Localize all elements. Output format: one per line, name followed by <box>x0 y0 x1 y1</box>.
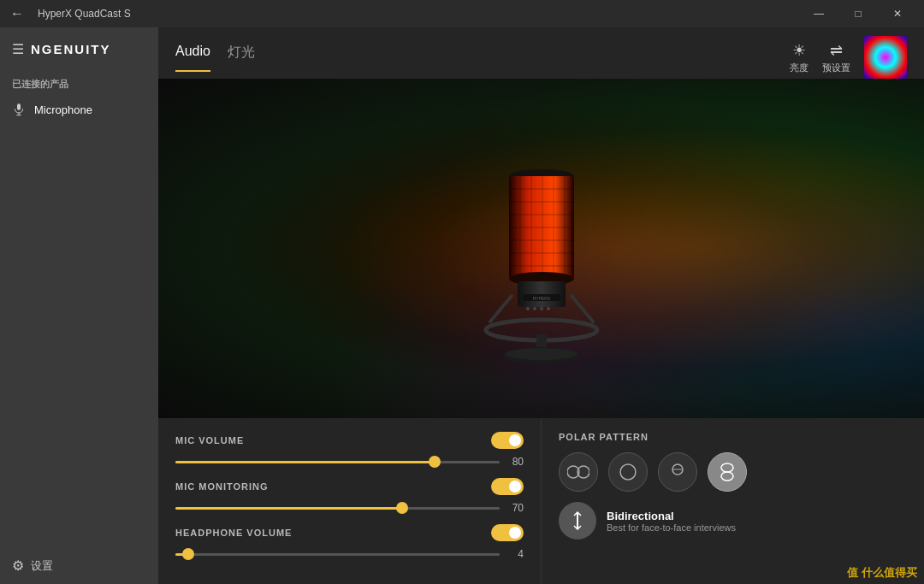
polar-pattern-label: POLAR PATTERN <box>559 432 907 442</box>
title-bar: ← HyperX QuadCast S — □ ✕ <box>0 0 924 27</box>
tabs: Audio 灯光 <box>175 44 255 72</box>
brightness-control[interactable]: ☀ 亮度 <box>790 41 808 74</box>
microphone-label: Microphone <box>34 103 92 116</box>
right-controls: POLAR PATTERN <box>542 418 924 584</box>
headphone-volume-slider-row: 4 <box>175 548 524 560</box>
tab-lighting[interactable]: 灯光 <box>228 44 255 72</box>
svg-point-23 <box>540 307 543 310</box>
microphone-image: HYPERX <box>473 129 610 369</box>
tab-audio[interactable]: Audio <box>175 44 210 72</box>
window-title: HyperX QuadCast S <box>38 8 131 20</box>
close-button[interactable]: ✕ <box>878 0 917 27</box>
gear-icon: ⚙ <box>12 557 24 574</box>
mic-volume-header: MIC VOLUME <box>175 432 524 449</box>
svg-rect-0 <box>17 103 21 109</box>
left-controls: MIC VOLUME 80 MIC MONITORING <box>158 418 542 584</box>
mic-volume-label: MIC VOLUME <box>175 435 244 445</box>
mic-monitoring-value: 70 <box>506 502 524 514</box>
bidirectional-icon <box>718 463 737 481</box>
preset-thumbnail[interactable] <box>864 36 907 79</box>
headphone-volume-value: 4 <box>506 548 524 560</box>
brand-name: NGENUITY <box>31 42 111 56</box>
settings-label: 设置 <box>31 558 53 574</box>
preset-label: 预设置 <box>822 62 850 74</box>
app-body: ☰ NGENUITY 已连接的产品 Microphone ⚙ 设置 Audio … <box>0 27 924 584</box>
mic-monitoring-label: MIC MONITORING <box>175 481 269 492</box>
svg-point-37 <box>721 472 733 481</box>
svg-point-22 <box>533 307 536 310</box>
mic-monitoring-track[interactable] <box>175 507 500 510</box>
polar-description: Bidirectional Best for face-to-face inte… <box>559 502 907 540</box>
headphone-volume-header: HEADPHONE VOLUME <box>175 524 524 541</box>
maximize-button[interactable]: □ <box>838 0 878 27</box>
stereo-icon <box>567 463 589 481</box>
svg-text:HYPERX: HYPERX <box>532 296 550 301</box>
back-button[interactable]: ← <box>10 6 24 21</box>
window-controls: — □ ✕ <box>799 0 917 27</box>
mic-volume-slider-row: 80 <box>175 456 524 468</box>
polar-desc-title: Bidirectional <box>607 510 736 522</box>
headphone-volume-toggle[interactable] <box>491 524 524 541</box>
svg-point-36 <box>721 463 733 472</box>
brand-area: ☰ NGENUITY <box>0 27 158 71</box>
mic-monitoring-header: MIC MONITORING <box>175 478 524 495</box>
mic-monitoring-control: MIC MONITORING 70 <box>175 478 524 514</box>
polar-desc-text: Bidirectional Best for face-to-face inte… <box>607 510 736 533</box>
polar-desc-subtitle: Best for face-to-face interviews <box>607 522 736 533</box>
polar-desc-icon <box>559 502 596 540</box>
svg-point-24 <box>547 307 550 310</box>
polar-bidirectional-btn[interactable] <box>708 452 747 492</box>
omni-icon <box>668 463 687 481</box>
mic-monitoring-slider-row: 70 <box>175 502 524 514</box>
polar-cardioid-btn[interactable] <box>608 452 648 492</box>
headphone-volume-track[interactable] <box>175 553 500 556</box>
cardioid-icon <box>619 463 637 481</box>
polar-stereo-btn[interactable] <box>559 452 598 492</box>
main-content: Audio 灯光 ☀ 亮度 ⇌ 预设置 <box>158 27 924 584</box>
top-bar: Audio 灯光 ☀ 亮度 ⇌ 预设置 <box>158 27 924 79</box>
polar-pattern-icons <box>559 452 907 492</box>
mic-volume-control: MIC VOLUME 80 <box>175 432 524 468</box>
hero-section: HYPERX <box>158 79 924 418</box>
svg-line-25 <box>490 296 512 321</box>
mic-volume-toggle[interactable] <box>491 432 524 449</box>
svg-line-26 <box>572 296 593 321</box>
sidebar: ☰ NGENUITY 已连接的产品 Microphone ⚙ 设置 <box>0 27 158 584</box>
svg-point-30 <box>506 348 578 360</box>
mic-illustration: HYPERX <box>473 129 610 369</box>
hamburger-icon[interactable]: ☰ <box>12 41 24 57</box>
headphone-volume-control: HEADPHONE VOLUME 4 <box>175 524 524 560</box>
minimize-button[interactable]: — <box>799 0 838 27</box>
top-right-controls: ☀ 亮度 ⇌ 预设置 <box>790 36 907 79</box>
connected-products-label: 已连接的产品 <box>0 71 158 96</box>
settings-nav[interactable]: ⚙ 设置 <box>0 547 158 584</box>
brightness-label: 亮度 <box>790 62 808 74</box>
mic-volume-value: 80 <box>506 456 524 468</box>
sliders-icon: ⇌ <box>830 41 843 60</box>
brightness-icon: ☀ <box>792 41 806 60</box>
sidebar-item-microphone[interactable]: Microphone <box>0 96 158 123</box>
preset-control[interactable]: ⇌ 预设置 <box>822 41 850 74</box>
microphone-icon <box>12 103 26 116</box>
mic-volume-track[interactable] <box>175 461 500 463</box>
controls-section: MIC VOLUME 80 MIC MONITORING <box>158 418 924 584</box>
title-bar-left: ← HyperX QuadCast S <box>10 6 131 21</box>
headphone-volume-label: HEADPHONE VOLUME <box>175 528 292 538</box>
svg-point-33 <box>620 464 636 480</box>
mic-monitoring-toggle[interactable] <box>491 478 524 495</box>
svg-point-21 <box>526 307 530 310</box>
polar-omni-btn[interactable] <box>658 452 697 492</box>
bidirectional-arrows-icon <box>567 510 588 531</box>
